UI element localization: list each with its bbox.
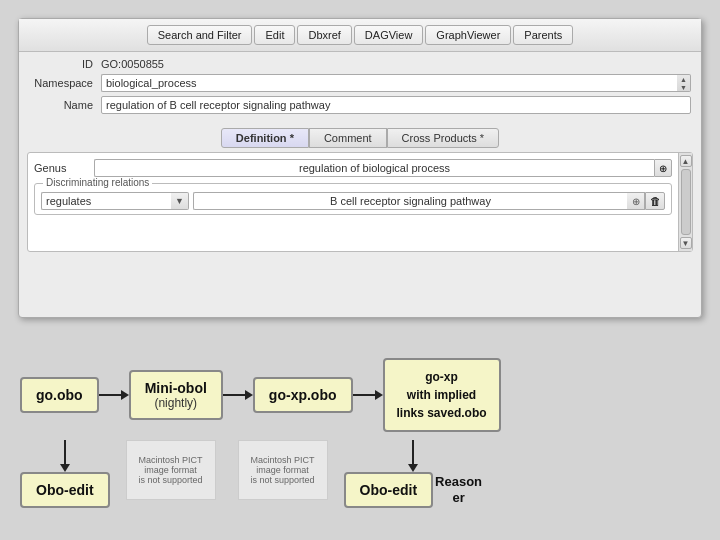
filler-button[interactable]: ⊕	[627, 192, 645, 210]
arrow-miniobol-to-goxp	[223, 390, 253, 400]
h-arrow-head	[121, 390, 129, 400]
discriminating-label: Discriminating relations	[43, 177, 152, 188]
def-content: Genus ⊕ Discriminating relations ▼	[28, 153, 678, 251]
v-line-right	[412, 440, 414, 464]
tab-dbxref[interactable]: Dbxref	[297, 25, 351, 45]
mini-obol-label: Mini-obol	[145, 380, 207, 396]
v-line-left	[64, 440, 66, 464]
namespace-row: Namespace ▲ ▼	[29, 74, 691, 92]
mac-pict-2-label: Macintosh PICTimage formatis not support…	[251, 455, 315, 485]
genus-input-wrap: ⊕	[94, 159, 672, 177]
reasoner-line1: Reason	[435, 474, 482, 490]
obo-edit-left-col: Obo-edit	[20, 440, 110, 508]
id-row: ID GO:0050855	[29, 58, 691, 70]
obo-edit-right-node: Obo-edit	[344, 472, 434, 508]
mac-pict-1: Macintosh PICTimage formatis not support…	[126, 440, 216, 500]
h-line	[99, 394, 121, 396]
filler-wrap: ⊕ 🗑	[193, 192, 665, 210]
mini-obol-node: Mini-obol (nightly)	[129, 370, 223, 420]
genus-row: Genus ⊕	[34, 159, 672, 177]
tab-graphviewer[interactable]: GraphViewer	[425, 25, 511, 45]
h-arrow-head2	[245, 390, 253, 400]
tab-dagview[interactable]: DAGView	[354, 25, 423, 45]
mac-pict1-wrap: Macintosh PICTimage formatis not support…	[120, 440, 222, 500]
h-arrow-head3	[375, 390, 383, 400]
flow-row1: go.obo Mini-obol (nightly) go-xp.obo	[20, 358, 501, 432]
obo-edit-left-node: Obo-edit	[20, 472, 110, 508]
v-arrow-head-left	[60, 464, 70, 472]
fields-area: ID GO:0050855 Namespace ▲ ▼ Name	[19, 52, 701, 124]
name-label: Name	[29, 99, 101, 111]
diagram-area: go.obo Mini-obol (nightly) go-xp.obo	[10, 335, 710, 530]
namespace-input[interactable]	[101, 74, 677, 92]
flow-diagram: go.obo Mini-obol (nightly) go-xp.obo	[10, 358, 710, 508]
stepper-down[interactable]: ▼	[677, 83, 690, 91]
relation-select-wrap: ▼	[41, 192, 189, 210]
h-line2	[223, 394, 245, 396]
implied-line3: links saved.obo	[397, 404, 487, 422]
name-row: Name	[29, 96, 691, 114]
relation-input[interactable]	[41, 192, 171, 210]
genus-label: Genus	[34, 162, 94, 174]
tab-parents[interactable]: Parents	[513, 25, 573, 45]
go-obo-node: go.obo	[20, 377, 99, 413]
implied-line2: with implied	[397, 386, 487, 404]
genus-button[interactable]: ⊕	[654, 159, 672, 177]
scrollbar: ▲ ▼	[678, 153, 692, 251]
obo-edit-right-col: Obo-edit Reason er	[344, 440, 483, 508]
scroll-up[interactable]: ▲	[680, 155, 692, 167]
discriminating-relations-section: Discriminating relations ▼ ⊕ 🗑	[34, 183, 672, 215]
stepper-up[interactable]: ▲	[677, 75, 690, 83]
scroll-down[interactable]: ▼	[680, 237, 692, 249]
tab-search-and-filter[interactable]: Search and Filter	[147, 25, 253, 45]
arrow-goxp-to-implied	[353, 390, 383, 400]
namespace-input-wrap: ▲ ▼	[101, 74, 691, 92]
toolbar: Search and Filter Edit Dbxref DAGView Gr…	[19, 19, 701, 52]
tab-edit[interactable]: Edit	[254, 25, 295, 45]
definition-panel: Genus ⊕ Discriminating relations ▼	[27, 152, 693, 252]
down-arrow-obo-edit-left	[60, 440, 70, 472]
id-label: ID	[29, 58, 101, 70]
go-xp-implied-node: go-xp with implied links saved.obo	[383, 358, 501, 432]
down-arrow-obo-edit-right	[408, 440, 418, 472]
mac-pict2-wrap: Macintosh PICTimage formatis not support…	[232, 440, 334, 500]
reasoner-line2: er	[435, 490, 482, 506]
mini-obol-sub: (nightly)	[145, 396, 207, 410]
h-line3	[353, 394, 375, 396]
sub-tab-definition[interactable]: Definition *	[221, 128, 309, 148]
sub-tabs: Definition * Comment Cross Products *	[19, 124, 701, 148]
namespace-label: Namespace	[29, 77, 101, 89]
sub-tab-cross-products[interactable]: Cross Products *	[387, 128, 500, 148]
id-value: GO:0050855	[101, 58, 164, 70]
reasoner-node: Reason er	[435, 474, 482, 505]
v-arrow-head-right	[408, 464, 418, 472]
obo-edit-reasoner-wrap: Obo-edit Reason er	[344, 472, 483, 508]
flow-row2: Obo-edit Macintosh PICTimage formatis no…	[20, 440, 482, 508]
name-input[interactable]	[101, 96, 691, 114]
arrow-go-to-miniobol	[99, 390, 129, 400]
implied-line1: go-xp	[397, 368, 487, 386]
relation-stepper[interactable]: ▼	[171, 192, 189, 210]
filler-input[interactable]	[193, 192, 627, 210]
go-xp-obo-node: go-xp.obo	[253, 377, 353, 413]
namespace-stepper[interactable]: ▲ ▼	[677, 74, 691, 92]
sub-tab-comment[interactable]: Comment	[309, 128, 387, 148]
mac-pict-1-label: Macintosh PICTimage formatis not support…	[139, 455, 203, 485]
scroll-thumb[interactable]	[681, 169, 691, 235]
discrim-row: ▼ ⊕ 🗑	[41, 192, 665, 210]
editor-panel: Search and Filter Edit Dbxref DAGView Gr…	[18, 18, 702, 318]
mac-pict-2: Macintosh PICTimage formatis not support…	[238, 440, 328, 500]
genus-input[interactable]	[94, 159, 654, 177]
trash-button[interactable]: 🗑	[645, 192, 665, 210]
